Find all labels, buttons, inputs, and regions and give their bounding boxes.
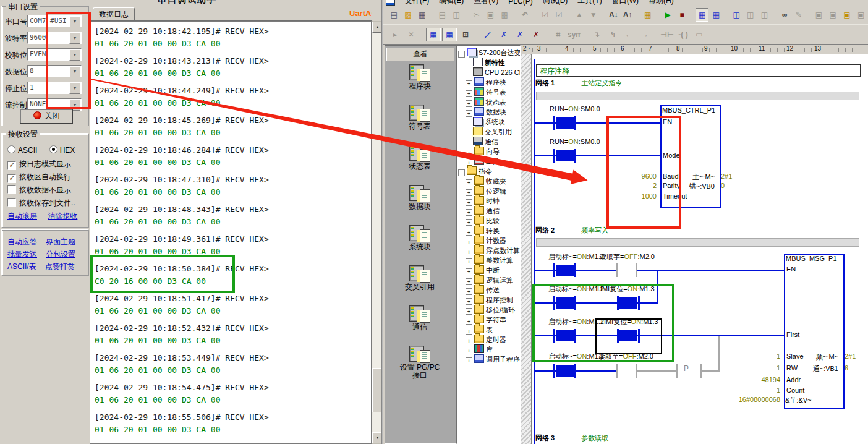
log-scrollbar[interactable]: ▲ ▼ <box>372 21 382 444</box>
insert-row-icon[interactable]: ✗ <box>513 28 527 41</box>
sort-desc-icon[interactable]: A↑ <box>621 8 634 22</box>
clear-icon[interactable]: ✕ <box>404 28 419 41</box>
print-preview-icon[interactable]: ◫ <box>450 8 463 22</box>
bookmark-icon[interactable]: ⌗ <box>551 28 566 41</box>
value-error[interactable]: 0 <box>721 182 725 189</box>
menu-item[interactable]: 帮助(H) <box>649 0 674 6</box>
tree-item[interactable]: +符号表 <box>457 87 520 97</box>
tree-item[interactable]: +调用子程序 <box>457 354 520 364</box>
tree-item[interactable]: +中断 <box>457 265 520 275</box>
expand-toggle-icon[interactable]: + <box>466 338 472 344</box>
tree-item[interactable]: 通信 <box>457 137 520 147</box>
tree-item[interactable]: +移位/循环 <box>457 305 520 315</box>
expand-toggle-icon[interactable]: + <box>466 288 472 295</box>
project-tree[interactable]: -S7-200台达变频器 新特性 CPU 226 CN RE +程序块 +符号表… <box>456 45 521 444</box>
expand-toggle-icon[interactable]: + <box>466 328 472 335</box>
tree-item[interactable]: +比较 <box>457 216 520 226</box>
tree-item[interactable]: +浮点数计算 <box>457 245 520 255</box>
contact-start-d-energized[interactable] <box>556 365 574 377</box>
options-icon[interactable]: ▦ <box>641 8 654 22</box>
uartassist-brand-link[interactable]: UartAssis <box>349 9 372 18</box>
tree-item[interactable]: 系统块 <box>457 117 520 127</box>
compile-all-icon[interactable]: ☑ <box>553 8 566 22</box>
network1-comment-bar[interactable] <box>536 92 859 100</box>
expand-toggle-icon[interactable]: - <box>458 51 465 58</box>
chart-status-icon[interactable]: ◫ <box>730 8 743 22</box>
undo-icon[interactable]: ↶ <box>519 8 532 22</box>
tree-item[interactable]: +时钟 <box>457 196 520 206</box>
tree-item[interactable]: +计数器 <box>457 236 520 245</box>
run-icon[interactable]: ▶ <box>662 8 674 22</box>
menu-item[interactable]: PLC(P) <box>508 0 532 6</box>
expand-toggle-icon[interactable]: + <box>466 239 472 245</box>
nav-left-icon[interactable]: ← <box>621 28 636 41</box>
expand-toggle-icon[interactable]: + <box>466 90 472 97</box>
symbol-toggle-icon[interactable]: sym <box>567 28 582 41</box>
recv-checkbox[interactable]: 接收保存到文件.. <box>7 198 75 208</box>
tree-item[interactable]: -S7-200台达变频器 <box>457 48 520 58</box>
tool-link[interactable]: ASCII/表 <box>7 262 36 271</box>
nav-down-icon[interactable]: ↴ <box>589 28 604 41</box>
tree-item[interactable]: +库 <box>457 344 520 354</box>
tree-item[interactable]: +位逻辑 <box>457 186 520 196</box>
expand-toggle-icon[interactable]: + <box>466 357 472 364</box>
pause-status-icon[interactable]: ▦ <box>710 8 723 22</box>
grid-view-icon[interactable]: ⊞ <box>458 28 473 41</box>
recv-checkbox[interactable]: ✓按日志模式显示 <box>7 159 71 170</box>
contact-label-read-a[interactable]: 读取芋=OFF:M2.0 <box>600 252 655 262</box>
paste-icon[interactable]: ▩ <box>498 8 511 22</box>
expand-toggle-icon[interactable]: + <box>466 278 472 285</box>
expand-toggle-icon[interactable]: + <box>466 189 472 196</box>
password-lock-icon[interactable]: ▣ <box>841 8 854 22</box>
unlock-icon[interactable]: ▣ <box>827 8 840 22</box>
tree-item[interactable]: +状态表 <box>457 97 520 107</box>
tree-item[interactable]: 交叉引用 <box>457 127 520 137</box>
expand-toggle-icon[interactable]: + <box>466 110 472 117</box>
expand-toggle-icon[interactable]: + <box>466 318 472 325</box>
tree-item[interactable]: +数据块 <box>457 107 520 117</box>
contact-label-run2[interactable]: RUN=ON:SM0.0 <box>550 138 600 145</box>
print-icon[interactable]: ▤ <box>436 8 449 22</box>
menu-item[interactable]: 编辑(E) <box>439 0 464 6</box>
menu-item[interactable]: 窗口(W) <box>612 0 639 6</box>
delete-row-icon[interactable]: ✗ <box>529 28 543 41</box>
menu-item[interactable]: 文件(F) <box>405 0 429 6</box>
bookmark-glasses-icon[interactable]: ∞ <box>778 8 791 22</box>
goto-icon[interactable]: ▸ <box>388 28 402 41</box>
recv-checkbox[interactable]: 接收数据不显示 <box>7 185 71 195</box>
clear-receive-link[interactable]: 清除接收 <box>48 211 77 220</box>
cut-icon[interactable]: ✂ <box>470 8 483 22</box>
expand-toggle-icon[interactable]: + <box>466 298 472 305</box>
tree-item[interactable]: +字符串 <box>457 315 520 325</box>
tool-link[interactable]: 分包设置 <box>46 250 75 258</box>
menu-item[interactable]: 工具(T) <box>577 0 602 6</box>
value-rw[interactable]: 1 <box>744 364 780 372</box>
tree-item[interactable]: +通信 <box>457 206 520 216</box>
expand-toggle-icon[interactable]: + <box>466 199 472 206</box>
tree-item[interactable]: 新特性 <box>457 58 520 67</box>
nav-item[interactable]: 数据块 <box>385 184 454 223</box>
tree-item[interactable]: +逻辑运算 <box>457 275 520 285</box>
nav-right-icon[interactable]: → <box>637 28 652 41</box>
nav-item[interactable]: 交叉引用 <box>385 264 454 303</box>
expand-toggle-icon[interactable]: + <box>466 249 472 255</box>
coil-insert-icon[interactable]: -( ) <box>676 28 691 41</box>
value-error[interactable]: 6 <box>845 364 848 372</box>
value-done[interactable]: 2#1 <box>845 352 856 360</box>
upload-icon[interactable]: ▲ <box>573 8 586 22</box>
menu-item[interactable]: 调试(D) <box>543 0 568 6</box>
contact-run2-energized[interactable] <box>556 150 574 161</box>
write-icon[interactable]: ✎ <box>793 8 806 22</box>
value-addr[interactable]: 48194 <box>744 376 780 383</box>
chart-pause-icon[interactable]: ◫ <box>744 8 757 22</box>
expand-toggle-icon[interactable]: + <box>466 80 472 87</box>
expand-toggle-icon[interactable]: - <box>458 169 465 176</box>
value-done[interactable]: 2#1 <box>721 173 732 180</box>
tool-link[interactable]: 点赞打赏 <box>45 262 75 271</box>
tree-item[interactable]: +收藏夹 <box>457 176 520 186</box>
auto-scroll-link[interactable]: 自动滚屏 <box>7 211 37 220</box>
delete-network-icon[interactable]: ✗ <box>496 28 511 41</box>
lad-sym-view-icon[interactable]: ▦ <box>442 28 457 41</box>
open-icon[interactable]: ▨ <box>402 8 415 22</box>
expand-toggle-icon[interactable]: + <box>466 229 472 236</box>
